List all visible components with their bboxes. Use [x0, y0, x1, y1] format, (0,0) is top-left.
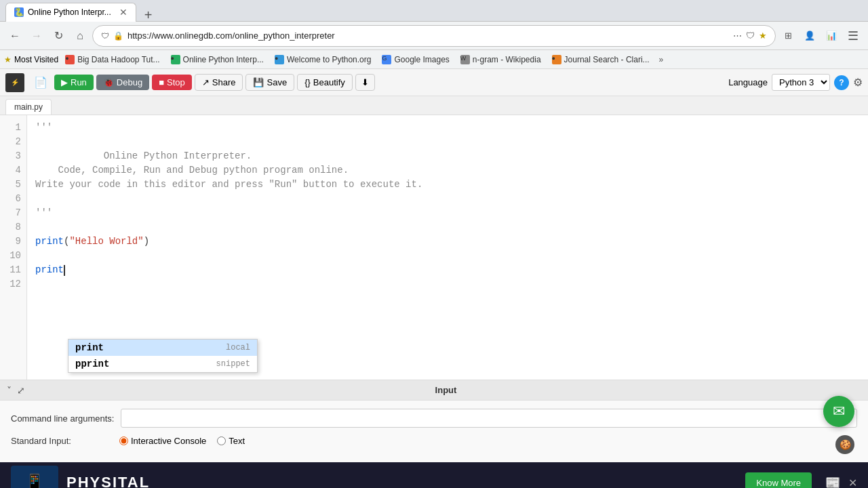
autocomplete-type-snippet: snippet	[216, 359, 250, 369]
save-button[interactable]: 💾 Save	[245, 74, 294, 91]
download-button[interactable]: ⬇	[355, 74, 375, 91]
file-tabs: main.py	[0, 96, 868, 115]
toolbar-actions: ⊞ 👤 📊 ☰	[778, 26, 863, 45]
logo-icon: ⚡	[11, 79, 19, 86]
debug-button[interactable]: 🐞 Debug	[96, 75, 149, 90]
address-bar[interactable]: 🛡 🔒 https://www.onlinegdb.com/online_pyt…	[92, 25, 776, 47]
autocomplete-item-print[interactable]: print local	[68, 340, 257, 356]
run-button[interactable]: ▶ Run	[54, 75, 94, 90]
address-shield-icon: 🛡	[746, 30, 755, 41]
line-num-3: 3	[5, 149, 21, 163]
account-button[interactable]: 👤	[800, 26, 819, 45]
radio-interactive[interactable]	[119, 436, 128, 445]
help-button[interactable]: ?	[834, 75, 849, 90]
code-editor-wrapper: 1 2 3 4 5 6 7 8 9 10 11 12 ''' Online Py…	[0, 115, 868, 380]
autocomplete-keyword-print: print	[75, 342, 104, 353]
radio-interactive-label[interactable]: Interactive Console	[119, 436, 206, 446]
bookmark-favicon-hadoop: ●	[65, 55, 75, 64]
ad-newspaper-icon: 📰	[825, 475, 840, 488]
line-num-7: 7	[5, 206, 21, 220]
ad-close-button[interactable]: ✕	[848, 476, 857, 489]
code-line-1: '''	[35, 121, 860, 135]
collapse-button[interactable]: ˅	[7, 385, 12, 396]
line-num-1: 1	[5, 121, 21, 135]
bookmark-python[interactable]: ● Welcome to Python.org	[271, 54, 376, 66]
code-line-5: Write your code in this editor and press…	[35, 178, 860, 192]
cmd-args-input[interactable]	[121, 409, 857, 428]
beautify-button[interactable]: {} Beautify	[297, 74, 353, 91]
debug-icon: 🐞	[103, 77, 114, 87]
bookmark-favicon-journal: ●	[552, 55, 561, 64]
ad-banner: 📱 PHYSITAL Know More 📰 ✕	[0, 462, 868, 488]
code-line-4: Code, Compile, Run and Debug python prog…	[35, 163, 860, 178]
share-icon: ↗	[202, 77, 210, 87]
file-button[interactable]: 📄	[30, 73, 52, 92]
new-tab-button[interactable]: +	[139, 8, 158, 22]
cookie-icon: 🍪	[840, 439, 851, 450]
settings-button[interactable]: ⚙	[853, 76, 863, 89]
shield-icon: 🛡	[101, 31, 109, 41]
line-num-12: 12	[5, 277, 21, 291]
extensions-button[interactable]: ⊞	[778, 26, 797, 45]
tab-title: Online Python Interpr...	[28, 7, 111, 17]
expand-button[interactable]: ⤢	[17, 385, 25, 396]
menu-button[interactable]: ☰	[844, 26, 863, 45]
autocomplete-dropdown[interactable]: print local pprint snippet	[68, 339, 258, 373]
stdin-label: Standard Input:	[11, 436, 113, 446]
cmd-args-label: Command line arguments:	[11, 413, 114, 424]
browser-toolbar: ← → ↻ ⌂ 🛡 🔒 https://www.onlinegdb.com/on…	[0, 22, 868, 50]
tab-close-button[interactable]: ✕	[119, 7, 127, 18]
app-toolbar: ⚡ 📄 ▶ Run 🐞 Debug ■ Stop ↗ Share 💾 Save …	[0, 69, 868, 96]
cmd-args-row: Command line arguments:	[11, 409, 857, 428]
bookmark-onlinegdb[interactable]: ● Online Python Interp...	[167, 54, 268, 66]
most-visited-label[interactable]: ★ Most Visited	[4, 55, 58, 64]
radio-text-label[interactable]: Text	[217, 436, 245, 446]
bookmarks-bar: ★ Most Visited ● Big Data Hadoop Tut... …	[0, 50, 868, 69]
bottom-panel: ˅ ⤢ Input Command line arguments: Standa…	[0, 380, 868, 488]
autocomplete-item-pprint[interactable]: pprint snippet	[68, 356, 257, 372]
language-select[interactable]: Python 3 Python 2 C C++ Java	[772, 74, 830, 91]
bookmark-hadoop[interactable]: ● Big Data Hadoop Tut...	[61, 54, 163, 66]
bookmark-google[interactable]: G Google Images	[378, 54, 453, 66]
radio-text-text: Text	[229, 436, 245, 446]
line-numbers: 1 2 3 4 5 6 7 8 9 10 11 12	[0, 115, 27, 380]
line-num-9: 9	[5, 235, 21, 249]
panel-header: ˅ ⤢ Input	[0, 380, 868, 401]
share-button[interactable]: ↗ Share	[195, 74, 243, 91]
cookie-button[interactable]: 🍪	[835, 435, 854, 454]
line-num-8: 8	[5, 220, 21, 235]
code-line-10	[35, 249, 860, 263]
active-tab[interactable]: 🐍 Online Python Interpr... ✕	[5, 3, 136, 22]
home-button[interactable]: ⌂	[71, 26, 90, 45]
addon-button[interactable]: 📊	[822, 26, 841, 45]
tab-bar: 🐍 Online Python Interpr... ✕ +	[5, 0, 157, 22]
chat-fab-button[interactable]: ✉	[823, 396, 854, 427]
address-text: https://www.onlinegdb.com/online_python_…	[127, 30, 729, 41]
code-line-6	[35, 192, 860, 206]
address-star-icon[interactable]: ⋯	[733, 30, 742, 41]
beautify-icon: {}	[304, 77, 311, 87]
radio-text[interactable]	[217, 436, 226, 445]
reload-button[interactable]: ↻	[49, 26, 68, 45]
stdin-row: Standard Input: Interactive Console Text	[11, 436, 857, 446]
bookmark-favicon-onlinegdb: ●	[171, 55, 180, 64]
file-tab-main[interactable]: main.py	[5, 99, 52, 115]
stop-button[interactable]: ■ Stop	[152, 75, 192, 90]
lock-icon: 🔒	[113, 31, 123, 41]
forward-button[interactable]: →	[27, 26, 46, 45]
text-cursor	[64, 265, 65, 276]
more-bookmarks-button[interactable]: »	[659, 55, 664, 64]
line-num-4: 4	[5, 163, 21, 178]
ad-graphic: 📱	[11, 466, 58, 488]
back-button[interactable]: ←	[5, 26, 24, 45]
autocomplete-keyword-pprint: pprint	[75, 359, 109, 369]
app-logo: ⚡	[5, 73, 24, 92]
language-selector-wrap: Language Python 3 Python 2 C C++ Java ? …	[728, 74, 863, 91]
bookmark-journal[interactable]: ● Journal Search - Clari...	[548, 54, 654, 66]
line-num-10: 10	[5, 249, 21, 263]
bookmark-star-icon[interactable]: ★	[759, 30, 767, 41]
bookmark-wikipedia[interactable]: W n-gram - Wikipedia	[456, 54, 545, 66]
ad-cta-button[interactable]: Know More	[745, 472, 812, 489]
panel-body: Command line arguments: Standard Input: …	[0, 401, 868, 462]
tab-favicon: 🐍	[14, 7, 24, 17]
